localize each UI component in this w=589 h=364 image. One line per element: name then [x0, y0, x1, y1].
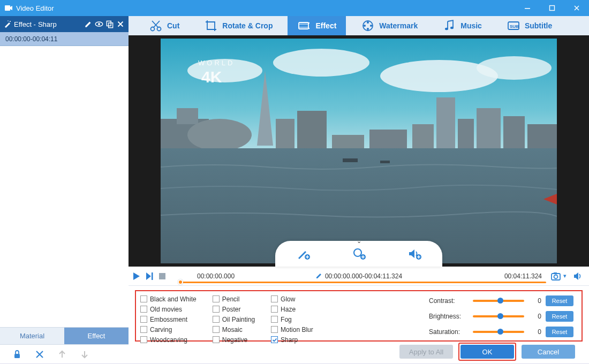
delete-icon[interactable] — [34, 349, 45, 360]
svg-rect-0 — [5, 5, 10, 11]
fx-col-2: PencilPosterOil PaintingMosaicNegative — [213, 293, 255, 345]
svg-rect-39 — [436, 97, 455, 148]
remove-icon[interactable] — [116, 19, 125, 29]
sidebar: Effect - Sharp 00:00:00-00:04:11 Materia… — [0, 16, 129, 363]
preview-area: WORLD 4K ⌄ — [129, 35, 589, 267]
svg-rect-57 — [159, 273, 165, 279]
copy-icon[interactable] — [105, 19, 115, 29]
time-range: 00:00:00.000-00:04:11.324 — [325, 272, 402, 280]
close-button[interactable] — [564, 0, 589, 16]
brightness-reset-button[interactable]: Reset — [546, 311, 573, 322]
svg-marker-54 — [133, 272, 140, 280]
fx-embossment[interactable]: Embossment — [140, 315, 197, 324]
sidebar-tools — [0, 344, 129, 363]
fx-pencil[interactable]: Pencil — [213, 294, 255, 304]
fx-old-movies[interactable]: Old movies — [140, 305, 197, 314]
saturation-reset-button[interactable]: Reset — [546, 327, 573, 337]
checkbox[interactable] — [140, 326, 147, 333]
svg-rect-13 — [299, 22, 308, 29]
time-start: 00:00:00.000 — [197, 272, 235, 280]
svg-rect-38 — [412, 124, 434, 148]
snapshot-icon[interactable]: ▾ — [550, 271, 567, 281]
minimize-button[interactable] — [515, 0, 540, 16]
maximize-button[interactable] — [540, 0, 564, 16]
eye-icon[interactable] — [94, 19, 104, 29]
svg-point-4 — [10, 21, 11, 22]
svg-rect-36 — [332, 135, 364, 148]
tab-material[interactable]: Material — [0, 327, 64, 344]
svg-point-19 — [364, 25, 366, 27]
checkbox[interactable] — [213, 316, 220, 323]
step-icon[interactable] — [145, 271, 154, 281]
slider-saturation: Saturation: 0 Reset — [429, 327, 575, 337]
svg-marker-55 — [146, 272, 151, 280]
tool-cut[interactable]: Cut — [139, 16, 189, 35]
cancel-button[interactable]: Cancel — [522, 345, 575, 359]
checkbox[interactable] — [271, 316, 278, 323]
checkbox[interactable] — [271, 326, 278, 333]
video-frame: WORLD 4K — [161, 39, 557, 263]
svg-text:SUB: SUB — [510, 24, 519, 29]
svg-point-20 — [370, 25, 372, 27]
contrast-slider[interactable] — [473, 300, 524, 302]
svg-rect-60 — [554, 272, 557, 274]
svg-rect-42 — [503, 116, 525, 148]
svg-point-5 — [7, 20, 9, 21]
tool-watermark[interactable]: Watermark — [351, 16, 427, 35]
checkbox[interactable] — [140, 306, 147, 313]
lock-icon[interactable] — [12, 349, 22, 360]
svg-rect-43 — [527, 124, 557, 148]
wand-plus-icon[interactable] — [296, 246, 311, 261]
checkbox[interactable] — [140, 295, 147, 302]
speaker-icon[interactable] — [573, 271, 583, 281]
volume-plus-icon[interactable] — [407, 246, 422, 261]
chevron-down-icon[interactable]: ⌄ — [357, 238, 361, 245]
svg-rect-35 — [297, 111, 327, 148]
clip-range[interactable]: 00:00:00-00:04:11 — [0, 32, 129, 46]
timeline-track[interactable] — [179, 280, 546, 284]
fx-black-and-white[interactable]: Black and White — [140, 294, 197, 304]
stop-icon[interactable] — [157, 271, 167, 281]
fx-col-3: GlowHazeFogMotion BlurSharp — [271, 293, 313, 345]
tool-subtitle[interactable]: SUB Subtitle — [497, 16, 562, 35]
fx-glow[interactable]: Glow — [271, 294, 313, 304]
checkbox[interactable] — [213, 295, 220, 302]
effect-icon — [297, 19, 311, 33]
window-title: Video Editor — [16, 4, 515, 12]
brightness-slider[interactable] — [473, 315, 524, 317]
fx-mosaic[interactable]: Mosaic — [213, 325, 255, 334]
timeline: 00:00:00.000 00:00:00.000-00:04:11.324 0… — [129, 267, 589, 286]
wand-icon — [3, 20, 12, 28]
ok-button[interactable]: OK — [460, 345, 514, 359]
checkbox[interactable] — [213, 306, 220, 313]
effect-header-name: Sharp — [38, 20, 57, 28]
edit-icon[interactable] — [84, 19, 93, 29]
fx-motion-blur[interactable]: Motion Blur — [271, 325, 313, 334]
fx-poster[interactable]: Poster — [213, 305, 255, 314]
fx-fog[interactable]: Fog — [271, 315, 313, 324]
svg-rect-10 — [14, 354, 20, 358]
checkbox[interactable] — [140, 316, 147, 323]
scissors-icon — [149, 19, 163, 33]
fx-haze[interactable]: Haze — [271, 305, 313, 314]
tab-effect[interactable]: Effect — [64, 327, 129, 344]
titlebar: Video Editor — [0, 0, 589, 16]
music-icon — [442, 19, 456, 33]
zoom-plus-icon[interactable] — [351, 246, 366, 261]
effect-header-prefix: Effect - — [14, 20, 36, 28]
svg-point-15 — [308, 28, 309, 29]
tool-effect[interactable]: Effect — [288, 16, 346, 35]
tool-rotate-crop[interactable]: Rotate & Crop — [194, 16, 282, 35]
checkbox[interactable] — [271, 295, 278, 302]
play-icon[interactable] — [132, 271, 141, 281]
svg-point-59 — [554, 275, 558, 278]
checkbox[interactable] — [271, 306, 278, 313]
checkbox[interactable] — [213, 326, 220, 333]
fx-carving[interactable]: Carving — [140, 325, 197, 334]
fx-oil-painting[interactable]: Oil Painting — [213, 315, 255, 324]
slider-contrast: Contrast: 0 Reset — [429, 295, 575, 306]
tool-music[interactable]: Music — [433, 16, 492, 35]
svg-rect-3 — [550, 6, 555, 11]
saturation-slider[interactable] — [473, 331, 524, 333]
contrast-reset-button[interactable]: Reset — [546, 295, 573, 306]
